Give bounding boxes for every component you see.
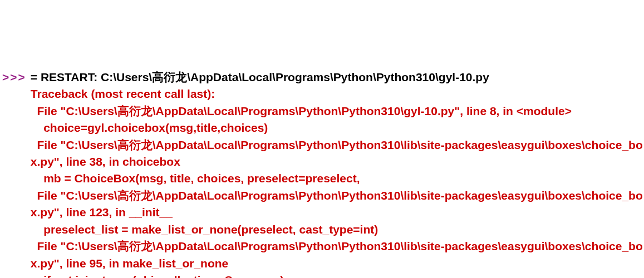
traceback-frame-code: mb = ChoiceBox(msg, title, choices, pres… (31, 170, 644, 187)
traceback-frame-code: if not isinstance(obj, collections.Seque… (31, 272, 644, 278)
prompt-marker: >>> (2, 69, 31, 86)
traceback-frame-location: File "C:\Users\高衍龙\AppData\Local\Program… (31, 103, 644, 120)
traceback-header: Traceback (most recent call last): (31, 86, 644, 102)
traceback-frame-code: choice=gyl.choicebox(msg,title,choices) (31, 120, 644, 136)
console-output: >>> = RESTART: C:\Users\高衍龙\AppData\Loca… (2, 69, 644, 278)
traceback-frame-location: File "C:\Users\高衍龙\AppData\Local\Program… (31, 137, 644, 171)
traceback-frame-location: File "C:\Users\高衍龙\AppData\Local\Program… (31, 187, 644, 221)
traceback-frame-code: preselect_list = make_list_or_none(prese… (31, 221, 644, 238)
restart-line: = RESTART: C:\Users\高衍龙\AppData\Local\Pr… (31, 69, 644, 86)
traceback-frame-location: File "C:\Users\高衍龙\AppData\Local\Program… (31, 238, 644, 272)
output-body[interactable]: = RESTART: C:\Users\高衍龙\AppData\Local\Pr… (31, 69, 644, 278)
